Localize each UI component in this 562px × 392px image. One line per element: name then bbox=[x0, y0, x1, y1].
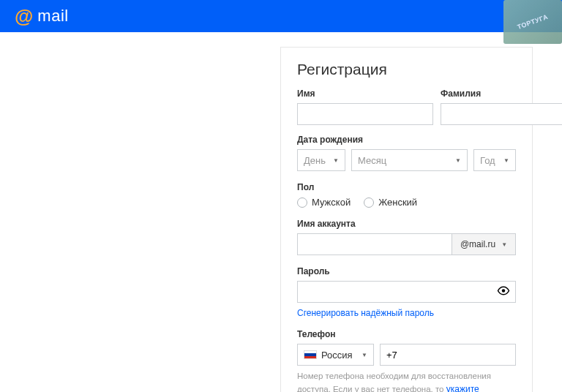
country-select[interactable]: Россия ▼ bbox=[297, 344, 374, 366]
app-header: @ mail ТОРТУГА bbox=[0, 0, 562, 32]
page-title: Регистрация bbox=[297, 61, 516, 78]
logo: @ mail bbox=[15, 5, 69, 28]
password-input[interactable] bbox=[297, 281, 516, 303]
first-name-label: Имя bbox=[297, 88, 433, 99]
registration-form: Регистрация Имя Фамилия Дата рождения Де… bbox=[280, 47, 533, 392]
phone-label: Телефон bbox=[297, 329, 335, 339]
gender-male-radio[interactable]: Мужской bbox=[297, 197, 351, 208]
chevron-down-icon: ▼ bbox=[501, 241, 507, 248]
chevron-down-icon: ▼ bbox=[333, 157, 339, 164]
account-label: Имя аккаунта bbox=[297, 219, 356, 229]
generate-password-link[interactable]: Сгенерировать надёжный пароль bbox=[297, 308, 434, 318]
phone-hint: Номер телефона необходим для восстановле… bbox=[297, 370, 516, 392]
dob-month-select[interactable]: Месяц ▼ bbox=[351, 149, 468, 171]
radio-icon bbox=[364, 197, 374, 208]
logo-at-icon: @ bbox=[15, 5, 33, 28]
chevron-down-icon: ▼ bbox=[361, 352, 367, 358]
gender-female-radio[interactable]: Женский bbox=[364, 197, 417, 208]
flag-ru-icon bbox=[304, 350, 317, 359]
last-name-label: Фамилия bbox=[441, 88, 562, 99]
dob-label: Дата рождения bbox=[297, 135, 363, 145]
dob-day-select[interactable]: День ▼ bbox=[297, 149, 345, 171]
dob-year-select[interactable]: Год ▼ bbox=[473, 149, 516, 171]
account-input[interactable] bbox=[297, 233, 452, 255]
radio-icon bbox=[297, 197, 307, 208]
gender-label: Пол bbox=[297, 182, 314, 192]
watermark-badge: ТОРТУГА bbox=[503, 0, 562, 44]
domain-select[interactable]: @mail.ru ▼ bbox=[452, 233, 516, 255]
chevron-down-icon: ▼ bbox=[503, 157, 509, 164]
first-name-input[interactable] bbox=[297, 103, 433, 125]
chevron-down-icon: ▼ bbox=[455, 157, 461, 164]
last-name-input[interactable] bbox=[441, 103, 562, 125]
phone-input[interactable] bbox=[380, 344, 516, 366]
logo-text: mail bbox=[37, 7, 68, 26]
password-label: Пароль bbox=[297, 266, 330, 276]
eye-icon[interactable] bbox=[497, 284, 510, 300]
svg-point-0 bbox=[502, 289, 506, 293]
